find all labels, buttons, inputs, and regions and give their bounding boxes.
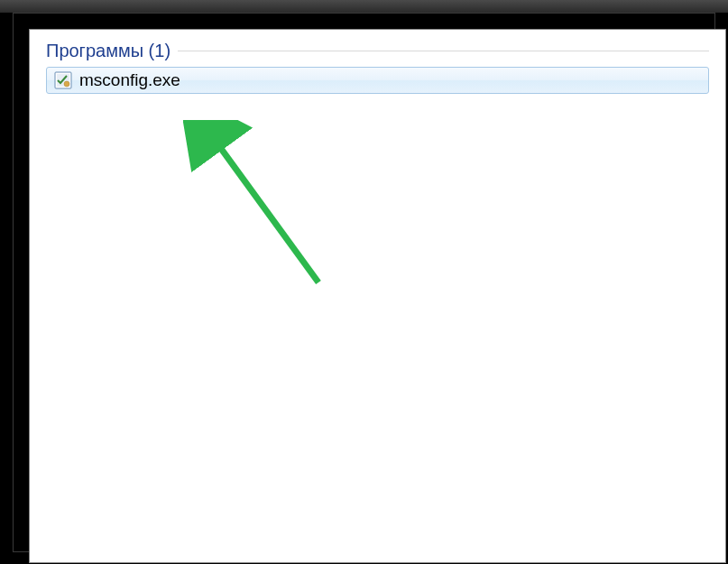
window-titlebar	[0, 0, 728, 13]
outer-frame: Программы (1) msconfig.exe	[0, 0, 728, 564]
svg-point-2	[64, 81, 69, 87]
group-divider	[178, 51, 709, 51]
window-border: Программы (1) msconfig.exe	[13, 13, 715, 552]
group-label: Программы (1)	[46, 41, 178, 61]
msconfig-icon	[54, 71, 72, 89]
search-results-panel: Программы (1) msconfig.exe	[29, 29, 726, 563]
search-result-label: msconfig.exe	[79, 70, 180, 90]
svg-line-4	[215, 140, 318, 282]
results-group-header: Программы (1)	[46, 41, 709, 61]
annotation-arrow-icon	[183, 120, 364, 319]
search-result-item[interactable]: msconfig.exe	[46, 67, 709, 94]
